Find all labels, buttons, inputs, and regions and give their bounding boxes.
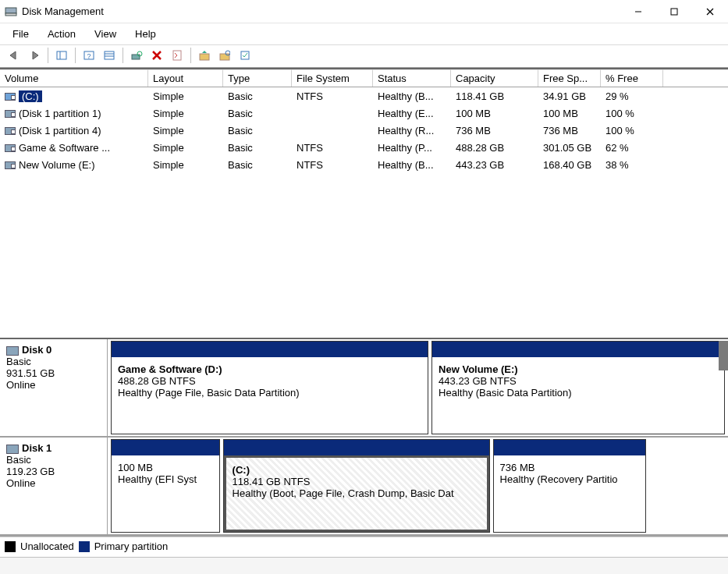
help-button[interactable]: ? <box>80 47 98 64</box>
volume-name: New Volume (E:) <box>19 159 95 171</box>
svg-rect-18 <box>200 54 209 60</box>
volume-icon <box>5 127 16 135</box>
volume-layout: Simple <box>148 140 223 155</box>
col-volume[interactable]: Volume <box>0 69 148 87</box>
partition-status: Healthy (Boot, Page File, Crash Dump, Ba… <box>233 487 481 499</box>
toolbar-separator <box>48 48 48 63</box>
svg-rect-19 <box>220 54 229 60</box>
volume-row[interactable]: (Disk 1 partition 4)SimpleBasicHealthy (… <box>0 122 728 139</box>
volume-fs <box>292 129 373 132</box>
disk-icon <box>6 445 19 454</box>
titlebar: Disk Management <box>0 0 728 23</box>
partition-title: Game & Software (D:) <box>118 363 421 375</box>
col-status[interactable]: Status <box>373 69 451 87</box>
partition-body: 736 MBHealthy (Recovery Partitio <box>494 455 645 532</box>
volume-pct: 38 % <box>601 158 663 172</box>
volume-row[interactable]: Game & Software ...SimpleBasicNTFSHealth… <box>0 139 728 156</box>
volume-pct: 100 % <box>601 123 663 138</box>
partition-header <box>432 342 724 357</box>
volume-pct: 100 % <box>601 106 663 121</box>
volume-fs: NTFS <box>292 140 373 155</box>
partition[interactable]: (C:)118.41 GB NTFSHealthy (Boot, Page Fi… <box>223 439 490 533</box>
toolbar-separator <box>123 48 123 63</box>
disk-info[interactable]: Disk 1Basic119.23 GBOnline <box>0 438 108 534</box>
volume-capacity: 736 MB <box>451 123 538 138</box>
volume-name: (C:) <box>19 90 42 102</box>
volume-icon <box>5 93 16 101</box>
partition-size: 488.28 GB NTFS <box>118 375 421 387</box>
disk-info[interactable]: Disk 0Basic931.51 GBOnline <box>0 339 108 436</box>
volume-pct: 29 % <box>601 89 663 104</box>
toolbar: ? <box>0 44 728 68</box>
forward-button[interactable] <box>25 47 44 64</box>
col-filesystem[interactable]: File System <box>292 69 373 87</box>
details-view-button[interactable] <box>100 47 119 64</box>
volume-type: Basic <box>223 158 292 172</box>
svg-rect-0 <box>5 8 16 13</box>
volume-row[interactable]: (Disk 1 partition 1)SimpleBasicHealthy (… <box>0 105 728 122</box>
volume-icon <box>5 110 16 118</box>
partition[interactable]: Game & Software (D:)488.28 GB NTFSHealth… <box>111 341 428 434</box>
disk-size: 119.23 GB <box>6 466 101 477</box>
close-button[interactable] <box>692 0 728 23</box>
menu-help[interactable]: Help <box>127 27 164 41</box>
col-type[interactable]: Type <box>223 69 292 87</box>
partition-body: 100 MBHealthy (EFI Syst <box>112 455 219 532</box>
volume-capacity: 488.28 GB <box>451 140 538 155</box>
col-pctfree[interactable]: % Free <box>601 69 663 87</box>
menu-file[interactable]: File <box>5 27 37 41</box>
folder-up-button[interactable] <box>195 47 214 64</box>
maximize-button[interactable] <box>656 0 692 23</box>
disk-partitions: Game & Software (D:)488.28 GB NTFSHealth… <box>108 339 728 436</box>
partition[interactable]: New Volume (E:)443.23 GB NTFSHealthy (Ba… <box>431 341 725 434</box>
svg-rect-3 <box>671 9 677 15</box>
legend-swatch-primary <box>79 541 90 552</box>
partition-title: (C:) <box>233 464 481 476</box>
back-button[interactable] <box>5 47 23 64</box>
col-layout[interactable]: Layout <box>148 69 223 87</box>
volume-name: (Disk 1 partition 1) <box>19 108 101 119</box>
volume-layout: Simple <box>148 106 223 121</box>
minimize-button[interactable] <box>620 0 656 23</box>
partition-status: Healthy (Recovery Partitio <box>500 473 639 485</box>
disk-row: Disk 1Basic119.23 GBOnline100 MBHealthy … <box>0 438 728 536</box>
partition-header <box>112 440 219 455</box>
col-capacity[interactable]: Capacity <box>451 69 538 87</box>
disk-partitions: 100 MBHealthy (EFI Syst(C:)118.41 GB NTF… <box>108 438 728 534</box>
volume-status: Healthy (B... <box>373 89 451 104</box>
new-folder-button[interactable] <box>215 47 234 64</box>
partition-status: Healthy (EFI Syst <box>118 473 213 485</box>
svg-rect-6 <box>57 51 66 59</box>
volume-fs <box>292 112 373 115</box>
volume-row[interactable]: (C:)SimpleBasicNTFSHealthy (B...118.41 G… <box>0 87 728 105</box>
disk-type: Basic <box>6 454 101 466</box>
partition-body: Game & Software (D:)488.28 GB NTFSHealth… <box>112 357 428 434</box>
volume-rows: (C:)SimpleBasicNTFSHealthy (B...118.41 G… <box>0 87 728 173</box>
legend-label-primary: Primary partition <box>94 540 169 552</box>
volume-free: 168.40 GB <box>538 158 601 172</box>
options-button[interactable] <box>236 47 254 64</box>
volume-fs: NTFS <box>292 89 373 104</box>
volume-layout: Simple <box>148 158 223 172</box>
volume-list: Volume Layout Type File System Status Ca… <box>0 68 728 173</box>
delete-button[interactable] <box>147 47 166 64</box>
partition[interactable]: 736 MBHealthy (Recovery Partitio <box>493 439 646 533</box>
menu-view[interactable]: View <box>87 27 124 41</box>
volume-status: Healthy (R... <box>373 123 451 138</box>
volume-capacity: 100 MB <box>451 106 538 121</box>
volume-type: Basic <box>223 106 292 121</box>
refresh-button[interactable] <box>127 47 146 64</box>
show-hide-tree-button[interactable] <box>52 47 71 64</box>
volume-free: 301.05 GB <box>538 140 601 155</box>
disk-type: Basic <box>6 356 101 367</box>
partition[interactable]: 100 MBHealthy (EFI Syst <box>111 439 220 533</box>
col-free[interactable]: Free Sp... <box>538 69 601 87</box>
volume-row[interactable]: New Volume (E:)SimpleBasicNTFSHealthy (B… <box>0 156 728 173</box>
volume-capacity: 118.41 GB <box>451 89 538 104</box>
disk-label: Disk 0 <box>22 344 51 356</box>
properties-button[interactable] <box>168 47 186 64</box>
disk-size: 931.51 GB <box>6 367 101 379</box>
menu-action[interactable]: Action <box>40 27 83 41</box>
scrollbar-thumb[interactable] <box>719 341 728 370</box>
partition-body: (C:)118.41 GB NTFSHealthy (Boot, Page Fi… <box>224 455 489 532</box>
